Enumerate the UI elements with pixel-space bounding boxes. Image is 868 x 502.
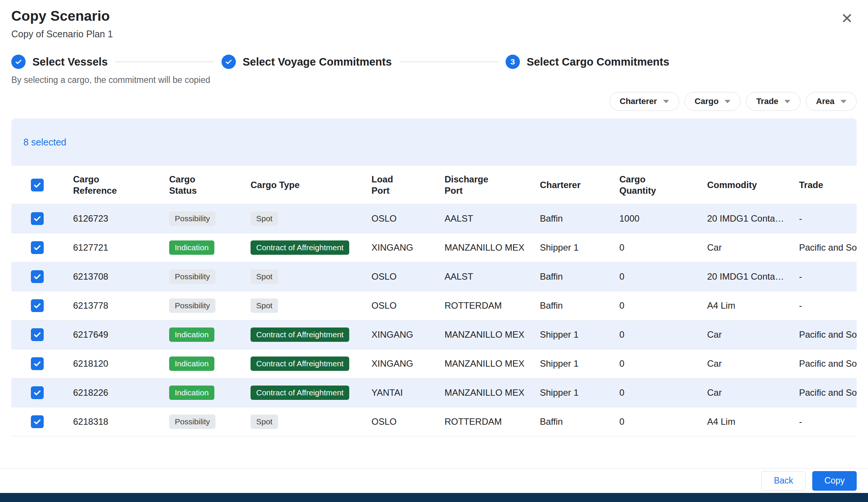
row-checkbox[interactable] <box>31 328 44 341</box>
trade-cell: - <box>799 300 857 311</box>
row-checkbox[interactable] <box>31 415 44 428</box>
column-header-cargo-quantity: Cargo Quantity <box>619 174 707 196</box>
step-select-cargo-commitments[interactable]: 3 Select Cargo Commitments <box>506 55 669 69</box>
table-row[interactable]: 6218120 Indication Contract of Affreight… <box>11 349 857 378</box>
cargo-quantity-cell: 0 <box>619 387 707 398</box>
stepper-connector <box>115 61 214 62</box>
cargo-filter-label: Cargo <box>695 96 719 106</box>
cargo-quantity-cell: 0 <box>619 242 707 253</box>
commodity-cell: Car <box>707 358 799 369</box>
row-checkbox-cell <box>11 270 73 283</box>
trade-cell: - <box>799 271 857 282</box>
cargo-status-badge: Indication <box>169 386 214 400</box>
cargo-type-badge: Contract of Affreightment <box>251 240 349 255</box>
step1-label: Select Vessels <box>32 56 108 68</box>
table-row[interactable]: 6213778 Possibility Spot OSLO ROTTERDAM … <box>11 291 857 320</box>
charterer-cell: Baffin <box>540 300 619 311</box>
row-checkbox-cell <box>11 386 73 399</box>
step-select-vessels[interactable]: Select Vessels <box>11 55 108 69</box>
dialog-footer: Back Copy <box>0 468 868 493</box>
step1-check-icon <box>11 55 26 69</box>
chevron-down-icon <box>840 100 847 103</box>
row-checkbox[interactable] <box>31 357 44 370</box>
row-checkbox-cell <box>11 357 73 370</box>
charterer-cell: Shipper 1 <box>540 329 619 340</box>
table-row[interactable]: 6126723 Possibility Spot OSLO AALST Baff… <box>11 204 857 233</box>
back-button[interactable]: Back <box>761 471 805 491</box>
discharge-port-cell: MANZANILLO MEX <box>445 358 540 369</box>
header-checkbox-cell <box>11 179 73 191</box>
cargo-type-cell: Spot <box>251 211 371 226</box>
cargo-type-badge: Spot <box>251 269 278 284</box>
step-select-voyage-commitments[interactable]: Select Voyage Commitments <box>222 55 392 69</box>
table-row[interactable]: 6218318 Possibility Spot OSLO ROTTERDAM … <box>11 407 857 436</box>
cargo-type-cell: Contract of Affreightment <box>251 357 371 371</box>
table-row[interactable]: 6213708 Possibility Spot OSLO AALST Baff… <box>11 262 857 291</box>
cargo-reference-cell: 6218120 <box>73 358 169 369</box>
discharge-port-cell: AALST <box>445 271 540 282</box>
row-checkbox[interactable] <box>31 386 44 399</box>
cargo-quantity-cell: 0 <box>619 358 707 369</box>
cargo-status-badge: Indication <box>169 240 214 255</box>
table-row[interactable]: 6218226 Indication Contract of Affreight… <box>11 378 857 407</box>
cargo-quantity-cell: 1000 <box>619 213 707 224</box>
table-header-row: Cargo Reference Cargo Status Cargo Type … <box>11 166 857 204</box>
load-port-cell: OSLO <box>371 271 445 282</box>
selection-summary-bar: 8 selected <box>11 118 857 166</box>
cargo-reference-cell: 6218226 <box>73 387 169 398</box>
row-checkbox-cell <box>11 241 73 254</box>
charterer-cell: Baffin <box>540 213 619 224</box>
dialog-header: Copy Scenario Copy of Scenario Plan 1 ✕ <box>11 0 857 40</box>
column-header-cargo-reference: Cargo Reference <box>73 174 169 196</box>
table-row[interactable]: 6217649 Indication Contract of Affreight… <box>11 320 857 349</box>
row-checkbox[interactable] <box>31 241 44 254</box>
cargo-reference-cell: 6213778 <box>73 300 169 311</box>
trade-cell: Pacific and So… <box>799 358 857 369</box>
cargo-status-badge: Possibility <box>169 298 215 313</box>
trade-cell: - <box>799 213 857 224</box>
cargo-type-badge: Contract of Affreightment <box>251 386 349 400</box>
row-checkbox[interactable] <box>31 270 44 283</box>
cargo-status-cell: Indication <box>169 328 251 342</box>
copy-button[interactable]: Copy <box>812 471 857 491</box>
charterer-filter-label: Charterer <box>620 96 657 106</box>
cargo-reference-cell: 6126723 <box>73 213 169 224</box>
trade-cell: Pacific and So… <box>799 387 857 398</box>
row-checkbox-cell <box>11 415 73 428</box>
step3-number-badge: 3 <box>506 55 520 69</box>
cargo-status-cell: Possibility <box>169 269 251 284</box>
row-checkbox[interactable] <box>31 299 44 312</box>
dialog-titles: Copy Scenario Copy of Scenario Plan 1 <box>11 8 113 40</box>
cargo-status-badge: Possibility <box>169 269 215 284</box>
commodity-cell: A4 Lim <box>707 300 799 311</box>
close-icon[interactable]: ✕ <box>837 9 857 28</box>
row-checkbox-cell <box>11 212 73 225</box>
charterer-filter-dropdown[interactable]: Charterer <box>610 92 679 111</box>
column-header-cargo-type: Cargo Type <box>251 179 371 191</box>
table-body: 6126723 Possibility Spot OSLO AALST Baff… <box>11 204 857 436</box>
table-row[interactable]: 6127721 Indication Contract of Affreight… <box>11 233 857 262</box>
cargo-quantity-cell: 0 <box>619 271 707 282</box>
commodity-cell: Car <box>707 242 799 253</box>
cargo-quantity-cell: 0 <box>619 300 707 311</box>
cargo-status-cell: Indication <box>169 357 251 371</box>
trade-cell: Pacific and So… <box>799 329 857 340</box>
trade-filter-dropdown[interactable]: Trade <box>746 92 801 111</box>
cargo-type-badge: Contract of Affreightment <box>251 357 349 371</box>
discharge-port-cell: ROTTERDAM <box>445 416 540 427</box>
cargo-status-cell: Possibility <box>169 415 251 429</box>
load-port-cell: OSLO <box>371 300 445 311</box>
cargo-status-badge: Indication <box>169 357 214 371</box>
chevron-down-icon <box>784 100 790 103</box>
discharge-port-cell: AALST <box>445 213 540 224</box>
cargo-type-badge: Spot <box>251 415 278 429</box>
row-checkbox[interactable] <box>31 212 44 225</box>
load-port-cell: XINGANG <box>371 358 445 369</box>
load-port-cell: XINGANG <box>371 242 445 253</box>
filter-bar: Charterer Cargo Trade Area <box>11 92 857 111</box>
cargo-type-cell: Spot <box>251 415 371 429</box>
area-filter-dropdown[interactable]: Area <box>806 92 857 111</box>
cargo-filter-dropdown[interactable]: Cargo <box>685 92 741 111</box>
chevron-down-icon <box>663 100 669 103</box>
select-all-checkbox[interactable] <box>31 179 44 191</box>
